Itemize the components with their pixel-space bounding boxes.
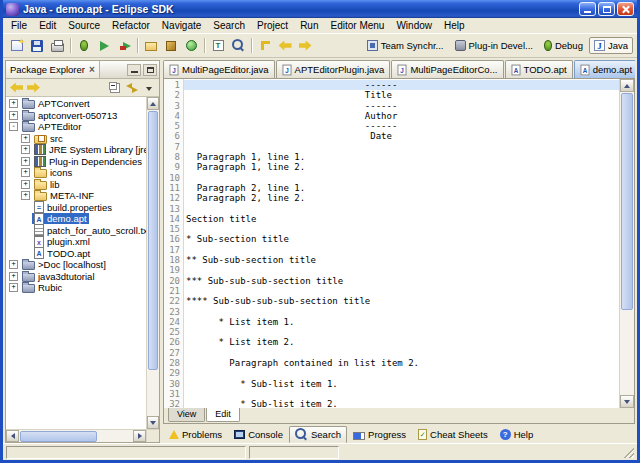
tree-item-doc-localhost[interactable]: +>Doc [localhost] (6, 259, 146, 271)
menu-navigate[interactable]: Navigate (156, 19, 207, 32)
scrollbar-thumb[interactable] (20, 431, 97, 442)
tree-expander-icon[interactable]: + (9, 99, 18, 108)
new-class-button[interactable] (181, 36, 201, 56)
editor-tab-apteditorplugin-java[interactable]: APTEditorPlugin.java (276, 60, 391, 78)
tree-item-java3dtutorial[interactable]: +java3dtutorial (6, 271, 146, 283)
link-with-editor-button[interactable] (123, 80, 140, 96)
tree-expander-icon[interactable]: + (21, 168, 30, 177)
open-type-button[interactable] (208, 36, 228, 56)
tree-item-demo-apt[interactable]: demo.apt (6, 213, 146, 225)
run-button[interactable] (94, 36, 114, 56)
tree-expander-icon[interactable]: + (21, 145, 30, 154)
tree-expander-icon[interactable]: + (21, 180, 30, 189)
scroll-right-button[interactable] (133, 430, 146, 442)
new-wizard-button[interactable] (7, 36, 27, 56)
search-button[interactable] (228, 36, 248, 56)
editor-tab-multipageeditorco[interactable]: MultiPageEditorCo... (391, 60, 503, 78)
tree-item-lib[interactable]: +lib (6, 179, 146, 191)
new-java-project-button[interactable] (141, 36, 161, 56)
tree-expander-icon[interactable]: + (21, 191, 30, 200)
scroll-down-button[interactable] (147, 416, 159, 429)
external-tools-button[interactable] (114, 36, 134, 56)
editor-vertical-scrollbar[interactable] (619, 79, 634, 408)
tree-vertical-scrollbar[interactable] (146, 97, 159, 429)
menu-refactor[interactable]: Refactor (106, 19, 156, 32)
tree-expander-icon[interactable]: + (9, 272, 18, 281)
tree-item-apteditor[interactable]: -APTEditor (6, 121, 146, 133)
tree-expander-icon[interactable]: + (9, 111, 18, 120)
close-button[interactable] (617, 2, 634, 16)
forward-button[interactable] (25, 80, 42, 96)
resize-grip-icon[interactable] (622, 446, 634, 458)
view-tab-search[interactable]: Search (289, 426, 347, 443)
menu-search[interactable]: Search (207, 19, 251, 32)
tree-horizontal-scrollbar[interactable] (6, 430, 146, 442)
view-tab-cheat-sheets[interactable]: Cheat Sheets (412, 426, 494, 443)
page-tab-view[interactable]: View (168, 408, 205, 422)
tree-expander-icon[interactable]: - (9, 122, 18, 131)
menu-editor-menu[interactable]: Editor Menu (324, 19, 390, 32)
new-package-button[interactable] (161, 36, 181, 56)
maximize-view-button[interactable] (143, 64, 157, 76)
scroll-up-button[interactable] (147, 97, 159, 110)
tree-item-plugin-xml[interactable]: plugin.xml (6, 236, 146, 248)
print-button[interactable] (47, 36, 67, 56)
tree-item-todo-apt[interactable]: TODO.apt (6, 248, 146, 260)
perspective-java[interactable]: Java (589, 37, 633, 54)
scrollbar-track[interactable] (147, 371, 159, 416)
view-close-icon[interactable]: × (89, 65, 95, 74)
scrollbar-thumb[interactable] (621, 93, 633, 310)
scrollbar-track[interactable] (98, 430, 133, 442)
tree-item-build-properties[interactable]: build.properties (6, 202, 146, 214)
forward-button[interactable] (295, 36, 315, 56)
tree-item-plug-in-dependencies[interactable]: +Plug-in Dependencies (6, 156, 146, 168)
menu-run[interactable]: Run (294, 19, 324, 32)
tree-item-src[interactable]: +src (6, 133, 146, 145)
tree-item-aptconvert[interactable]: +APTConvert (6, 98, 146, 110)
view-tab-problems[interactable]: Problems (163, 426, 228, 443)
tree-expander-icon[interactable]: + (21, 134, 30, 143)
text-editor[interactable]: ------ Title ------ Author ------ (184, 79, 619, 408)
tree-item-jre-system-library-jre1-5-0-10[interactable]: +JRE System Library [jre1.5.0_10] (6, 144, 146, 156)
view-tab-progress[interactable]: Progress (347, 426, 412, 443)
save-button[interactable] (27, 36, 47, 56)
perspective-debug[interactable]: Debug (539, 37, 588, 54)
back-button[interactable] (275, 36, 295, 56)
page-tab-edit[interactable]: Edit (206, 408, 240, 422)
tree-item-patch-for-auto-scroll-txt[interactable]: patch_for_auto_scroll.txt (6, 225, 146, 237)
editor-tab-multipageeditor-java[interactable]: MultiPageEditor.java (163, 60, 275, 78)
menu-help[interactable]: Help (438, 19, 471, 32)
tree-item-rubic[interactable]: +Rubic (6, 282, 146, 294)
menu-edit[interactable]: Edit (33, 19, 62, 32)
editor-tab-todo-apt[interactable]: TODO.apt (505, 60, 573, 78)
tree-item-aptconvert-050713[interactable]: +aptconvert-050713 (6, 110, 146, 122)
perspective-team-synchr[interactable]: Team Synchr... (362, 37, 449, 54)
menu-source[interactable]: Source (62, 19, 106, 32)
debug-button[interactable] (74, 36, 94, 56)
tree-expander-icon[interactable]: + (9, 283, 18, 292)
menu-project[interactable]: Project (251, 19, 294, 32)
scroll-down-button[interactable] (620, 395, 634, 408)
tree-item-icons[interactable]: +icons (6, 167, 146, 179)
scroll-left-button[interactable] (6, 430, 19, 442)
view-tab-console[interactable]: Console (228, 426, 289, 443)
menu-file[interactable]: File (5, 19, 33, 32)
perspective-plug-in-devel[interactable]: Plug-in Devel... (450, 37, 538, 54)
tree-item-meta-inf[interactable]: +META-INF (6, 190, 146, 202)
maximize-button[interactable] (598, 2, 615, 16)
scroll-up-button[interactable] (620, 79, 634, 92)
minimize-button[interactable] (579, 2, 596, 16)
collapse-all-button[interactable] (106, 80, 123, 96)
minimize-view-button[interactable] (127, 64, 141, 76)
last-edit-location-button[interactable] (255, 36, 275, 56)
menu-window[interactable]: Window (390, 19, 438, 32)
editor-content[interactable]: ------ Title ------ Author ------ (184, 79, 619, 408)
scrollbar-thumb[interactable] (148, 111, 158, 370)
scrollbar-track[interactable] (620, 311, 634, 395)
tree-expander-icon[interactable]: + (9, 260, 18, 269)
package-explorer-tab[interactable]: Package Explorer × (6, 61, 100, 78)
view-menu-button[interactable] (140, 80, 157, 96)
tree-expander-icon[interactable]: + (21, 157, 30, 166)
view-tab-help[interactable]: Help (494, 426, 540, 443)
back-button[interactable] (8, 80, 25, 96)
